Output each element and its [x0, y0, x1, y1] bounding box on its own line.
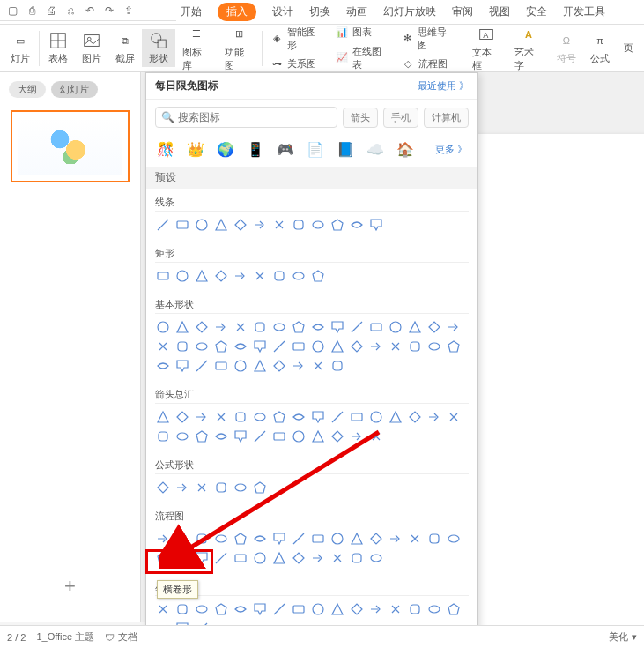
ribbon-symbol[interactable]: Ω 符号 [550, 29, 583, 67]
shape-item[interactable] [233, 268, 248, 284]
shape-item[interactable] [174, 480, 190, 495]
export-icon[interactable]: ⇪ [122, 4, 136, 18]
shape-item[interactable] [291, 531, 307, 547]
shape-item[interactable] [213, 428, 229, 444]
featured-icon[interactable]: 📄 [307, 140, 324, 158]
shape-item[interactable] [194, 550, 210, 566]
shape-item[interactable] [388, 409, 403, 425]
shape-item[interactable] [291, 550, 307, 566]
ribbon-chart[interactable]: 📊图表 [329, 24, 395, 41]
shape-item[interactable] [155, 480, 171, 495]
tag-arrow[interactable]: 箭头 [343, 108, 378, 128]
shape-item[interactable] [155, 409, 171, 425]
shape-item[interactable] [155, 531, 171, 547]
shape-item[interactable] [155, 268, 171, 284]
shape-item[interactable] [349, 601, 365, 617]
ribbon-funcchart[interactable]: ⊞ 功能图 [218, 23, 260, 74]
featured-icon[interactable]: 📘 [337, 140, 354, 158]
shape-item[interactable] [426, 319, 442, 335]
shape-item[interactable] [329, 428, 345, 444]
shape-item[interactable] [310, 409, 326, 425]
shape-item[interactable] [368, 428, 384, 444]
ribbon-flowchart[interactable]: ◇流程图 [396, 56, 461, 73]
shape-item[interactable] [174, 531, 190, 547]
shape-item[interactable] [174, 428, 190, 444]
featured-icon[interactable]: 📱 [247, 140, 264, 158]
shape-item[interactable] [213, 217, 229, 233]
search-box[interactable]: 🔍 [155, 107, 337, 128]
shape-item[interactable] [233, 531, 248, 547]
shape-item[interactable] [426, 339, 442, 354]
shape-item[interactable] [233, 550, 248, 566]
shape-item[interactable] [194, 339, 210, 354]
tab-design[interactable]: 设计 [272, 4, 293, 19]
open-icon[interactable]: ⎙ [25, 4, 39, 18]
tab-insert[interactable]: 插入 [218, 3, 256, 21]
featured-icon[interactable]: 🌍 [217, 140, 234, 158]
save-icon[interactable]: 🖨 [44, 4, 58, 18]
shape-item[interactable] [271, 358, 287, 374]
shape-item[interactable] [271, 268, 287, 284]
shape-item[interactable] [349, 550, 365, 566]
ribbon-textbox[interactable]: A 文本框 [465, 23, 507, 74]
shape-item[interactable] [155, 339, 171, 354]
tab-view[interactable]: 视图 [489, 4, 510, 19]
shape-item[interactable] [446, 319, 462, 335]
shape-item[interactable] [368, 217, 384, 233]
shape-item[interactable] [349, 339, 365, 354]
tag-phone[interactable]: 手机 [383, 108, 418, 128]
shape-item[interactable] [407, 531, 423, 547]
slides-tab[interactable]: 幻灯片 [51, 81, 98, 98]
shape-item[interactable] [388, 531, 403, 547]
tab-review[interactable]: 审阅 [452, 4, 473, 19]
shape-item[interactable] [407, 319, 423, 335]
shape-item[interactable] [194, 319, 210, 335]
shape-item[interactable] [446, 409, 462, 425]
shape-item[interactable] [329, 601, 345, 617]
slide[interactable] [476, 134, 644, 628]
shape-item[interactable] [194, 409, 210, 425]
shape-item[interactable] [310, 428, 326, 444]
shape-item[interactable] [310, 217, 326, 233]
shape-item[interactable] [213, 480, 229, 495]
shape-item[interactable] [407, 339, 423, 354]
shape-item[interactable] [271, 339, 287, 354]
shape-item[interactable] [213, 358, 229, 374]
shape-item[interactable] [252, 428, 268, 444]
shape-item[interactable] [291, 358, 307, 374]
shape-item[interactable] [213, 409, 229, 425]
shape-item[interactable] [407, 409, 423, 425]
ribbon-screenshot[interactable]: ⧉ 截屏 [108, 29, 142, 67]
shape-item[interactable] [174, 217, 190, 233]
shape-item[interactable] [329, 531, 345, 547]
shape-item[interactable] [426, 531, 442, 547]
shape-item[interactable] [349, 319, 365, 335]
shape-item[interactable] [252, 550, 268, 566]
shape-item[interactable] [291, 339, 307, 354]
shape-item[interactable] [271, 531, 287, 547]
shape-item[interactable] [271, 217, 287, 233]
search-input[interactable] [178, 111, 331, 123]
shape-item[interactable] [155, 217, 171, 233]
shape-item[interactable] [213, 319, 229, 335]
shape-item[interactable] [368, 531, 384, 547]
shape-item[interactable] [213, 268, 229, 284]
shape-item[interactable] [310, 531, 326, 547]
shape-item[interactable] [349, 428, 365, 444]
ribbon-onlinechart[interactable]: 📈在线图表 [329, 43, 395, 73]
shape-item[interactable] [252, 268, 268, 284]
shape-item[interactable] [291, 319, 307, 335]
shape-item[interactable] [271, 409, 287, 425]
shape-item[interactable] [271, 550, 287, 566]
ribbon-slides[interactable]: ▭ 灯片 [4, 29, 37, 67]
slide-thumbnail-1[interactable]: 壁街的画廊 [11, 110, 130, 182]
print-icon[interactable]: ⎌ [63, 4, 78, 18]
shape-item[interactable] [252, 480, 268, 495]
shape-item[interactable] [155, 550, 171, 566]
shape-item[interactable] [368, 319, 384, 335]
shape-item[interactable] [174, 601, 190, 617]
undo-icon[interactable]: ↶ [83, 4, 97, 18]
shape-item[interactable] [252, 339, 268, 354]
shape-item[interactable] [252, 217, 268, 233]
shape-item[interactable] [291, 601, 307, 617]
